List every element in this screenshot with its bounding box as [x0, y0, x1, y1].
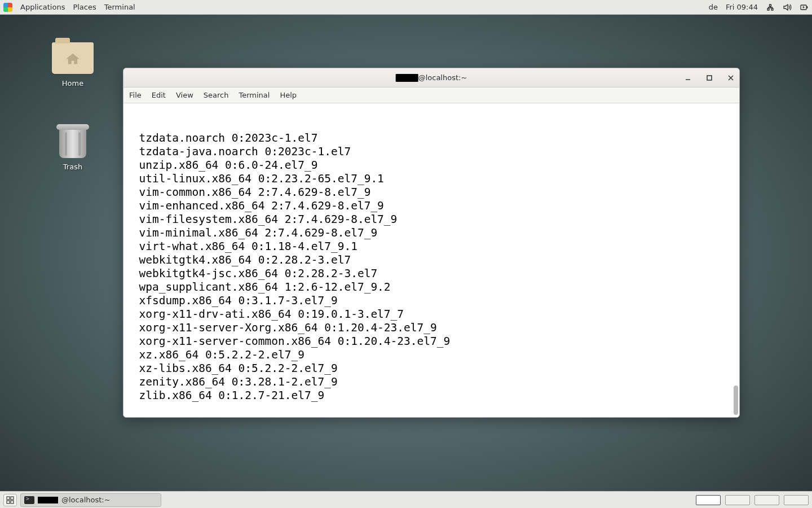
volume-icon[interactable] [783, 3, 792, 12]
terminal-mini-icon [24, 496, 34, 504]
close-button[interactable] [726, 73, 736, 83]
workspace-3[interactable] [754, 495, 779, 505]
terminal-scrollbar[interactable] [734, 103, 738, 415]
workspace-2[interactable] [725, 495, 750, 505]
svg-rect-1 [807, 6, 808, 8]
taskbar-item-label: @localhost:~ [61, 496, 111, 504]
scrollbar-thumb[interactable] [734, 386, 738, 415]
top-panel: Applications Places Terminal de Fri 09:4… [0, 0, 812, 15]
menu-edit[interactable]: Edit [152, 91, 166, 99]
svg-rect-4 [11, 497, 14, 500]
menu-file[interactable]: File [129, 91, 142, 99]
menu-terminal-app[interactable]: Terminal [239, 91, 270, 99]
redacted-username [396, 74, 418, 82]
svg-rect-6 [11, 501, 14, 503]
desktop-home-label: Home [47, 79, 98, 87]
folder-icon [52, 42, 94, 74]
minimize-button[interactable] [683, 73, 693, 83]
desktop-home-icon[interactable]: Home [47, 41, 98, 87]
network-icon[interactable] [766, 3, 775, 12]
window-menubar: File Edit View Search Terminal Help [123, 87, 739, 103]
terminal-output[interactable]: tzdata.noarch 0:2023c-1.el7 tzdata-java.… [123, 103, 739, 417]
taskbar-item-terminal[interactable]: @localhost:~ [20, 493, 161, 507]
svg-rect-5 [7, 501, 10, 503]
bottom-panel: @localhost:~ [0, 491, 812, 508]
window-titlebar[interactable]: @localhost:~ [123, 68, 739, 87]
show-desktop-button[interactable] [3, 494, 17, 506]
trash-icon [56, 124, 90, 159]
menu-search[interactable]: Search [204, 91, 229, 99]
workspace-1[interactable] [696, 495, 721, 505]
menu-help[interactable]: Help [280, 91, 297, 99]
desktop-trash-icon[interactable]: Trash [47, 124, 98, 171]
desktop-trash-label: Trash [47, 163, 98, 171]
window-title: @localhost:~ [396, 73, 467, 82]
svg-rect-3 [7, 497, 10, 500]
clock[interactable]: Fri 09:44 [726, 3, 758, 11]
maximize-button[interactable] [704, 73, 714, 83]
svg-rect-2 [707, 76, 712, 80]
activities-icon [3, 3, 12, 12]
menu-places[interactable]: Places [73, 3, 96, 11]
menu-terminal[interactable]: Terminal [104, 3, 135, 11]
terminal-window: @localhost:~ File Edit View Search Termi… [123, 68, 740, 418]
menu-view[interactable]: View [176, 91, 193, 99]
workspace-4[interactable] [784, 495, 809, 505]
redacted-username [38, 497, 58, 503]
menu-applications[interactable]: Applications [20, 3, 65, 11]
battery-icon[interactable] [800, 3, 809, 12]
keyboard-layout-indicator[interactable]: de [709, 3, 718, 11]
